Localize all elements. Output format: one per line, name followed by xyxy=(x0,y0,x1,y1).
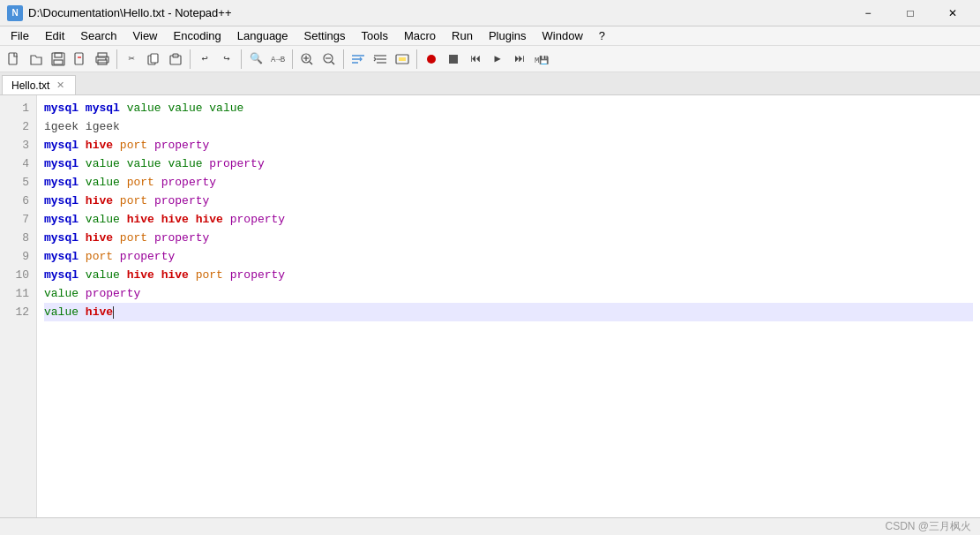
macro-stop-button[interactable] xyxy=(443,49,464,70)
line-number-8: 8 xyxy=(4,229,29,247)
toolbar-separator-6 xyxy=(416,49,417,69)
toolbar: ✂ ↩ ↪ 🔍 A→B ⏮ ▶ ⏭ M💾 xyxy=(0,46,980,72)
code-line-12[interactable]: value hive xyxy=(44,303,973,321)
new-file-button[interactable] xyxy=(4,49,25,70)
line-number-10: 10 xyxy=(4,266,29,284)
code-area[interactable]: mysql mysql value value valueigeek igeek… xyxy=(37,95,980,517)
menu-item-?[interactable]: ? xyxy=(592,26,612,46)
menu-item-settings[interactable]: Settings xyxy=(297,26,353,46)
menu-item-tools[interactable]: Tools xyxy=(355,26,395,46)
code-line-8[interactable]: mysql hive port property xyxy=(44,229,973,247)
code-line-5[interactable]: mysql value port property xyxy=(44,173,973,192)
open-file-button[interactable] xyxy=(26,49,47,70)
menu-item-file[interactable]: File xyxy=(4,26,36,46)
code-line-2[interactable]: igeek igeek xyxy=(44,117,973,136)
macro-save-button[interactable]: M💾 xyxy=(531,49,552,70)
watermark: CSDN @三月枫火 xyxy=(885,519,971,534)
code-line-10[interactable]: mysql value hive hive port property xyxy=(44,266,973,284)
code-line-11[interactable]: value property xyxy=(44,284,973,303)
macro-play-button[interactable]: ▶ xyxy=(487,49,508,70)
menu-item-view[interactable]: View xyxy=(126,26,165,46)
menu-item-search[interactable]: Search xyxy=(73,26,123,46)
app-icon: N xyxy=(7,5,23,21)
svg-rect-31 xyxy=(449,55,458,64)
svg-rect-0 xyxy=(9,53,17,64)
line-number-9: 9 xyxy=(4,247,29,266)
tab-close-button[interactable]: ✕ xyxy=(54,79,66,92)
svg-rect-3 xyxy=(54,60,63,64)
line-number-7: 7 xyxy=(4,210,29,229)
code-line-6[interactable]: mysql hive port property xyxy=(44,192,973,210)
tab-bar: Hello.txt ✕ xyxy=(0,72,980,95)
svg-text:A→B: A→B xyxy=(271,56,285,64)
svg-rect-11 xyxy=(151,54,158,63)
code-line-1[interactable]: mysql mysql value value value xyxy=(44,99,973,117)
menu-item-window[interactable]: Window xyxy=(535,26,590,46)
code-line-7[interactable]: mysql value hive hive hive property xyxy=(44,210,973,229)
wrap-highlight-button[interactable] xyxy=(392,49,413,70)
undo-button[interactable]: ↩ xyxy=(194,49,215,70)
svg-point-30 xyxy=(427,55,436,64)
macro-play-multiple-button[interactable]: ⏭ xyxy=(509,49,530,70)
toolbar-separator-1 xyxy=(116,49,117,69)
window-title: D:\Documentation\Hello.txt - Notepad++ xyxy=(28,6,848,19)
menu-item-plugins[interactable]: Plugins xyxy=(482,26,534,46)
menu-bar: FileEditSearchViewEncodingLanguageSettin… xyxy=(0,26,980,46)
svg-text:M💾: M💾 xyxy=(535,55,549,65)
line-number-11: 11 xyxy=(4,284,29,303)
code-line-9[interactable]: mysql port property xyxy=(44,247,973,266)
word-wrap-button[interactable] xyxy=(348,49,369,70)
minimize-button[interactable]: − xyxy=(848,0,888,26)
close-file-button[interactable] xyxy=(70,49,91,70)
maximize-button[interactable]: □ xyxy=(890,0,931,26)
toolbar-separator-4 xyxy=(292,49,293,69)
code-line-4[interactable]: mysql value value value property xyxy=(44,154,973,173)
svg-rect-13 xyxy=(173,54,178,57)
toolbar-separator-2 xyxy=(190,49,191,69)
print-button[interactable] xyxy=(92,49,113,70)
menu-item-edit[interactable]: Edit xyxy=(38,26,71,46)
svg-rect-2 xyxy=(55,53,62,57)
replace-button[interactable]: A→B xyxy=(267,49,288,70)
editor: 123456789101112 mysql mysql value value … xyxy=(0,95,980,517)
redo-button[interactable]: ↪ xyxy=(216,49,237,70)
svg-line-18 xyxy=(310,62,312,64)
menu-item-run[interactable]: Run xyxy=(445,26,480,46)
menu-item-encoding[interactable]: Encoding xyxy=(167,26,228,46)
line-numbers: 123456789101112 xyxy=(0,95,37,517)
svg-rect-29 xyxy=(399,57,406,61)
macro-record-button[interactable] xyxy=(421,49,442,70)
code-line-3[interactable]: mysql hive port property xyxy=(44,136,973,154)
line-number-2: 2 xyxy=(4,117,29,136)
line-number-4: 4 xyxy=(4,154,29,173)
paste-button[interactable] xyxy=(165,49,186,70)
menu-item-language[interactable]: Language xyxy=(230,26,295,46)
status-bar: CSDN @三月枫火 xyxy=(0,517,980,535)
file-tab[interactable]: Hello.txt ✕ xyxy=(2,75,76,94)
cut-button[interactable]: ✂ xyxy=(121,49,142,70)
window-controls: − □ ✕ xyxy=(848,0,973,26)
svg-point-9 xyxy=(105,58,107,60)
toolbar-separator-5 xyxy=(343,49,344,69)
svg-line-21 xyxy=(332,62,334,64)
close-button[interactable]: ✕ xyxy=(932,0,973,26)
text-cursor xyxy=(113,306,114,319)
line-number-1: 1 xyxy=(4,99,29,117)
tab-filename: Hello.txt xyxy=(11,79,49,92)
copy-button[interactable] xyxy=(143,49,164,70)
indent-button[interactable] xyxy=(370,49,391,70)
line-number-5: 5 xyxy=(4,173,29,192)
menu-item-macro[interactable]: Macro xyxy=(397,26,443,46)
toolbar-separator-3 xyxy=(241,49,242,69)
title-bar: N D:\Documentation\Hello.txt - Notepad++… xyxy=(0,0,980,26)
svg-rect-4 xyxy=(75,53,83,64)
find-button[interactable]: 🔍 xyxy=(245,49,266,70)
macro-play-prev-button[interactable]: ⏮ xyxy=(465,49,486,70)
line-number-12: 12 xyxy=(4,303,29,321)
save-button[interactable] xyxy=(48,49,69,70)
line-number-6: 6 xyxy=(4,192,29,210)
line-number-3: 3 xyxy=(4,136,29,154)
zoom-out-button[interactable] xyxy=(318,49,340,70)
zoom-in-button[interactable] xyxy=(296,49,318,70)
